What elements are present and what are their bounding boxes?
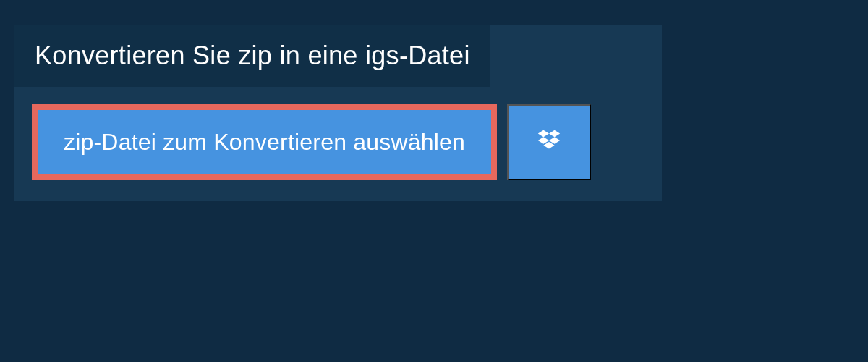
converter-panel: Konvertieren Sie zip in eine igs-Datei z…	[14, 25, 662, 201]
dropbox-button[interactable]	[507, 104, 591, 180]
header-bar: Konvertieren Sie zip in eine igs-Datei	[14, 25, 490, 87]
button-row: zip-Datei zum Konvertieren auswählen	[14, 87, 662, 201]
select-file-button[interactable]: zip-Datei zum Konvertieren auswählen	[32, 104, 497, 180]
dropbox-icon	[535, 127, 563, 157]
page-title: Konvertieren Sie zip in eine igs-Datei	[35, 41, 470, 71]
